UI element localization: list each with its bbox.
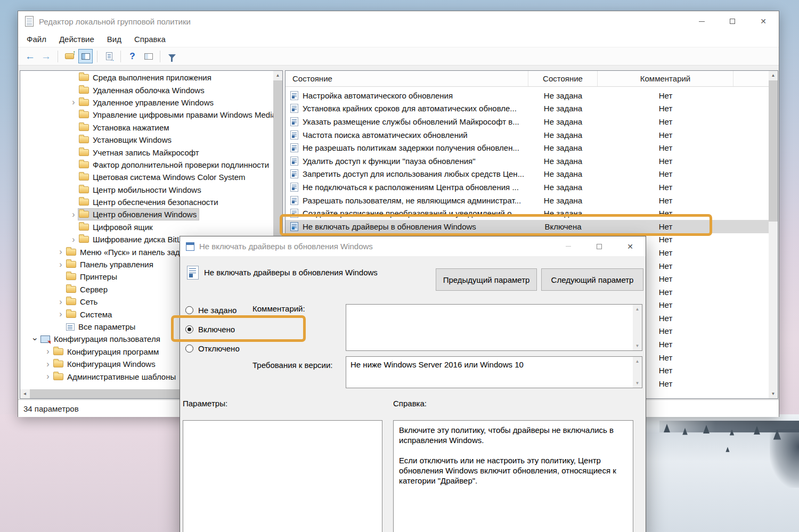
menu-action[interactable]: Действие [53,32,101,46]
scroll-down-button[interactable] [633,341,642,350]
tree-item-label: Система [80,310,112,319]
policy-comment-cell: Нет [598,183,733,192]
panes-icon [144,53,153,60]
chevron-right-icon[interactable] [43,346,53,358]
tree-item[interactable]: Центр мобильности Windows [20,184,273,196]
chevron-right-icon[interactable] [56,245,66,258]
previous-setting-button[interactable]: Предыдущий параметр [436,268,537,291]
scroll-up-button[interactable] [273,71,282,80]
close-button[interactable] [748,11,779,31]
list-row[interactable]: Не включать драйверы в обновления Window… [286,220,769,233]
minimize-button[interactable] [686,11,717,31]
tree-item-label: Все параметры [78,322,135,331]
list-row[interactable]: Настройка автоматического обновленияНе з… [286,89,769,102]
toolbar-back-button[interactable] [23,49,37,63]
policy-name-cell: Удалить доступ к функции "пауза обновлен… [286,157,528,166]
tree-item[interactable]: Цветовая система Windows Color System [20,171,273,183]
policy-comment-cell: Нет [598,104,733,113]
tree-item[interactable]: Удаленная оболочка Windows [20,84,273,96]
tree-item-content: Сервер [66,284,110,295]
next-setting-button[interactable]: Следующий параметр [541,268,643,291]
list-row[interactable]: Не подключаться к расположениям Центра о… [286,181,769,194]
tree-item[interactable]: Среда выполнения приложения [20,71,273,84]
chevron-right-icon[interactable] [43,370,53,382]
menu-file[interactable]: Файл [20,32,53,46]
scroll-up-button[interactable] [769,71,778,80]
scroll-down-button[interactable] [769,389,778,398]
list-row[interactable]: Разрешать пользователям, не являющимся а… [286,194,769,207]
tree-item-content: Среда выполнения приложения [78,72,214,83]
dialog-titlebar: Не включать драйверы в обновления Window… [180,236,646,256]
folder-icon [66,311,76,318]
chevron-right-icon[interactable] [56,258,66,271]
column-header-comment[interactable]: Комментарий [598,71,733,86]
policy-state-cell: Не задана [528,169,598,178]
dialog-minimize-button[interactable] [553,236,584,256]
tree-item[interactable]: Установщик Windows [20,134,273,146]
column-header-setting[interactable]: Состояние [286,71,528,86]
titlebar: Редактор локальной групповой политики [18,11,779,31]
toolbar-filter-button[interactable] [165,49,179,63]
scroll-down-button[interactable] [633,379,642,388]
toolbar-up-button[interactable] [62,49,77,63]
tree-item[interactable]: Удаленное управление Windows [20,96,273,109]
comment-textarea[interactable] [346,305,633,350]
chevron-down-icon[interactable] [30,333,40,345]
tree-item[interactable]: Центр обеспечения безопасности [20,196,273,208]
list-row[interactable]: Указать размещение службы обновлений Май… [286,115,769,128]
list-vertical-scrollbar[interactable] [769,71,778,398]
chevron-right-icon[interactable] [43,358,53,370]
scroll-up-button[interactable] [633,305,642,314]
tree-item[interactable]: Установка нажатием [20,121,273,134]
dialog-maximize-button[interactable] [584,236,615,256]
list-row[interactable]: Установка крайних сроков для автоматичес… [286,102,769,116]
twisty-spacer [69,71,78,84]
radio-enabled[interactable]: Включено [185,323,235,335]
tree-item[interactable]: Центр обновления Windows [20,208,273,220]
list-header: Состояние Состояние Комментарий [286,71,769,87]
folder-icon [53,361,63,367]
list-row[interactable]: Запретить доступ для использования любых… [286,168,769,181]
list-row[interactable]: Создайте расписание преобразований и уве… [286,207,769,220]
toolbar-panes-button[interactable] [141,49,156,63]
policy-name: Не включать драйверы в обновления Window… [204,268,378,277]
radio-disabled[interactable]: Отключено [185,342,240,354]
maximize-button[interactable] [717,11,748,31]
scrollbar-thumb[interactable] [769,80,778,222]
tree-item-content: Центр обновления Windows [78,209,199,220]
list-row[interactable]: Не разрешать политикам задержки получени… [286,141,769,154]
toolbar-forward-button[interactable] [39,49,53,63]
scroll-left-button[interactable] [20,389,29,398]
tree-item[interactable]: Управление цифровыми правами Windows Med… [20,109,273,121]
scroll-up-button[interactable] [633,357,642,366]
radio-button-icon [185,306,193,314]
twisty-spacer [69,184,78,196]
chevron-right-icon[interactable] [56,296,66,308]
toolbar-export-list-button[interactable] [102,49,116,63]
close-icon [627,242,633,251]
dialog-close-button[interactable] [615,236,646,256]
policy-state-cell: Не задана [528,183,598,192]
radio-button-icon [185,325,193,333]
tree-item-label: Установщик Windows [93,135,172,144]
radio-not-configured[interactable]: Не задано [185,304,237,316]
dialog-window-controls [553,236,646,256]
toolbar-separator [97,51,97,62]
menu-view[interactable]: Вид [101,32,128,46]
chevron-right-icon[interactable] [69,233,78,245]
tree-item[interactable]: Фактор дополнительной проверки подлиннос… [20,159,273,171]
toolbar-help-button[interactable] [125,49,140,63]
chevron-right-icon[interactable] [69,208,78,220]
toolbar-console-tree-button[interactable] [78,49,93,63]
list-row[interactable]: Частота поиска автоматических обновлений… [286,128,769,142]
list-row[interactable]: Удалить доступ к функции "пауза обновлен… [286,154,769,168]
chevron-right-icon[interactable] [69,96,78,109]
twisty-spacer [56,283,66,296]
chevron-right-icon[interactable] [56,308,66,320]
comment-scrollbar[interactable] [633,305,642,350]
column-header-state[interactable]: Состояние [528,71,598,86]
tree-item[interactable]: Учетная запись Майкрософт [20,146,273,158]
version-scrollbar[interactable] [633,357,642,388]
tree-item[interactable]: Цифровой ящик [20,221,273,233]
menu-help[interactable]: Справка [128,32,172,46]
